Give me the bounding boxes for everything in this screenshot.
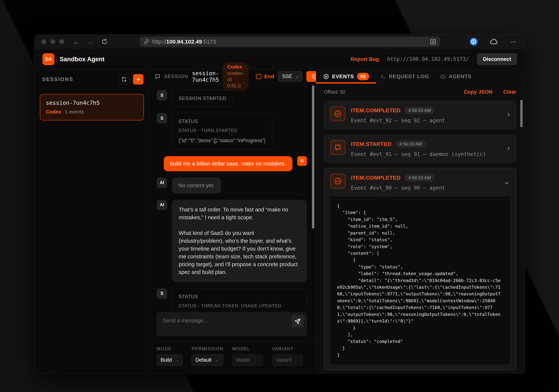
system-avatar: S	[157, 288, 167, 299]
system-avatar: S	[157, 90, 167, 100]
browser-window: ← → http://100.94.102.49:5173	[35, 35, 525, 373]
model-input[interactable]	[232, 354, 263, 366]
event-type: ITEM.STARTED	[351, 141, 391, 147]
session-name: session-7un4c7h5	[46, 100, 138, 106]
close-window-button[interactable]	[41, 39, 46, 44]
new-session-button[interactable]: +	[133, 74, 143, 85]
address-bar[interactable]: http://100.94.102.49:5173	[140, 37, 440, 47]
mode-select[interactable]: Build ⌄	[157, 354, 183, 366]
permission-label: PERMISSION	[192, 346, 224, 351]
send-icon	[294, 318, 301, 325]
event-card-expanded[interactable]: ITEM.COMPLETED 4:56:33 AM Event #evt_90 …	[324, 168, 516, 370]
send-button[interactable]	[291, 315, 304, 328]
variant-input[interactable]	[272, 354, 303, 366]
system-message: S STATUS STATUS - TURN.STARTED {"id":"0"…	[157, 113, 307, 150]
site-settings-icon[interactable]	[430, 38, 436, 45]
panel-tabs: EVENTS 92 REQUEST LOG AGENTS	[316, 70, 525, 83]
forward-icon[interactable]: →	[87, 38, 93, 45]
message-sublabel: STATUS - THREAD.TOKEN_USAGE.UPDATED	[178, 303, 300, 308]
transport-select[interactable]: SSE ⌄	[278, 71, 303, 82]
variant-label: VARIANT	[272, 346, 303, 351]
cloud-icon	[440, 74, 446, 79]
session-list-item[interactable]: session-7un4c7h5 Codex 1 events	[40, 94, 144, 120]
report-bug-link[interactable]: Report Bug	[351, 56, 379, 62]
chevron-down-icon[interactable]: ⌄	[503, 178, 510, 185]
tab-events[interactable]: EVENTS 92	[323, 73, 369, 80]
back-icon[interactable]: ←	[73, 38, 79, 45]
ai-message: AI No content yet.	[157, 178, 307, 193]
events-count-badge: 92	[357, 73, 369, 80]
event-card[interactable]: ITEM.COMPLETED 4:56:33 AM Event #evt_92 …	[324, 100, 516, 129]
mode-label: MODE	[157, 346, 183, 351]
user-message: build me a billion dollar saas. make no …	[157, 156, 307, 171]
reload-icon[interactable]	[101, 38, 108, 45]
play-circle-icon	[323, 73, 329, 80]
message-input[interactable]	[157, 312, 307, 336]
event-type: ITEM.COMPLETED	[351, 107, 401, 114]
cloud-sync-icon[interactable]	[490, 37, 498, 46]
terminal-icon	[380, 74, 386, 79]
session-id: session-7un4c7h5	[192, 70, 219, 83]
user-message-text: build me a billion dollar saas. make no …	[164, 156, 292, 171]
app-title: Sandbox Agent	[60, 56, 104, 63]
system-message: S STATUS STATUS - THREAD.TOKEN_USAGE.UPD…	[157, 288, 307, 308]
message-label: SESSION STARTED	[178, 96, 226, 101]
end-checkbox-group[interactable]: End	[256, 73, 274, 80]
check-circle-icon	[330, 174, 345, 188]
maximize-window-button[interactable]	[59, 39, 64, 44]
disconnect-button[interactable]: Disconnect	[477, 53, 517, 65]
message-sublabel: STATUS - TURN.STARTED	[178, 128, 266, 133]
message-label: STATUS	[178, 118, 266, 124]
browser-menu-icon[interactable]: ⋯	[510, 38, 517, 45]
url-text: http://100.94.102.49:5173	[152, 38, 216, 45]
event-card[interactable]: ITEM.STARTED 4:56:33 AM Event #evt_91 — …	[324, 134, 516, 163]
composer	[149, 308, 316, 336]
events-scrollbar[interactable]	[520, 100, 523, 127]
active-tab-indicator	[316, 82, 376, 84]
app-header: SA Sandbox Agent Report Bug http://100.9…	[35, 49, 525, 70]
message-list[interactable]: S SESSION STARTED S STATUS STATUS - TURN…	[149, 83, 316, 308]
model-label: MODEL	[232, 346, 263, 351]
event-meta: Event #evt_91 — seq 91 — daemon (synthet…	[351, 151, 486, 157]
events-panel: EVENTS 92 REQUEST LOG AGENTS	[316, 70, 525, 373]
copy-json-button[interactable]: Copy JSON	[464, 89, 493, 95]
minimize-window-button[interactable]	[50, 39, 55, 44]
event-meta: Event #evt_90 — seq 90 — agent	[351, 185, 445, 191]
event-payload-json: { "item": { "item_id": "itm_5", "native_…	[330, 196, 510, 365]
tab-agents[interactable]: AGENTS	[440, 73, 472, 80]
sessions-sidebar: SESSIONS + session-7un4c7h5 Codex 1 even…	[35, 70, 149, 373]
message-code: {"id":"0","items":[],"status":"inProgres…	[178, 137, 266, 144]
password-manager-icon[interactable]	[470, 38, 478, 46]
chevron-down-icon: ⌄	[295, 74, 298, 79]
chevron-down-icon: ⌄	[176, 358, 179, 362]
refresh-sessions-button[interactable]	[119, 74, 129, 85]
permission-select[interactable]: Default ⌄	[192, 354, 224, 366]
ai-message: AI That’s a tall order. To move fast and…	[157, 200, 307, 282]
event-list[interactable]: ITEM.COMPLETED 4:56:33 AM Event #evt_92 …	[316, 99, 525, 373]
app-logo: SA	[42, 53, 54, 65]
offset-text: Offset: 92	[324, 89, 346, 95]
chevron-right-icon[interactable]: ›	[507, 144, 510, 151]
event-meta: Event #evt_92 — seq 92 — agent	[351, 117, 445, 124]
tab-request-log[interactable]: REQUEST LOG	[380, 73, 429, 80]
session-agent-label: Codex	[46, 109, 61, 115]
browser-chrome: ← → http://100.94.102.49:5173	[35, 35, 525, 49]
ai-message-text: No content yet.	[172, 178, 221, 193]
connection-url: http://100.94.102.49:5173/	[387, 56, 469, 62]
event-time: 4:56:33 AM	[396, 140, 426, 148]
sessions-title: SESSIONS	[42, 76, 73, 82]
session-events-count: 1 events	[65, 109, 84, 115]
link-icon	[144, 39, 149, 45]
traffic-lights	[41, 39, 64, 44]
chat-controls: MODE Build ⌄ PERMISSION Default ⌄ MODEL	[149, 341, 316, 373]
chat-bubble-icon	[330, 140, 345, 155]
clear-button[interactable]: Clear	[503, 89, 516, 95]
chevron-right-icon[interactable]: ›	[507, 110, 510, 118]
end-checkbox[interactable]	[256, 74, 261, 79]
event-time: 4:56:33 AM	[405, 107, 435, 114]
ai-message-text: That’s a tall order. To move fast and “m…	[172, 200, 307, 282]
system-avatar: S	[157, 113, 167, 123]
chat-scrollbar[interactable]	[312, 85, 314, 229]
system-message: S SESSION STARTED	[157, 90, 307, 107]
chevron-down-icon: ⌄	[215, 358, 218, 362]
